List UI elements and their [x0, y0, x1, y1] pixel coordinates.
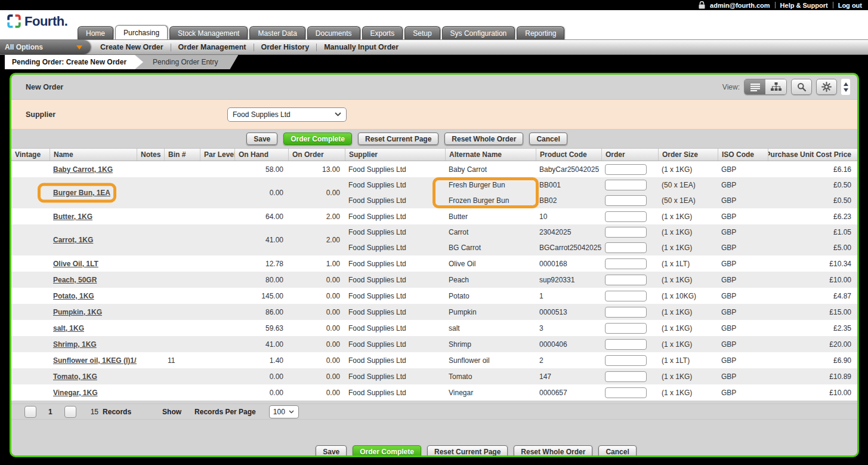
spinner-up-icon[interactable] — [844, 80, 848, 86]
order-size-cell: (1 x 1LT) — [658, 255, 718, 272]
breadcrumb-pending-order[interactable]: Pending Order: Create New Order — [5, 55, 143, 69]
spinner-down-icon[interactable] — [844, 88, 848, 94]
item-name-link[interactable]: Baby Carrot, 1KG — [53, 165, 113, 174]
item-name-link[interactable]: Pumpkin, 1KG — [53, 308, 102, 316]
alternate-name-cell: Butter — [445, 208, 536, 224]
order-complete-button[interactable]: Order Complete — [353, 445, 421, 457]
tab-stock-management[interactable]: Stock Management — [169, 26, 248, 39]
reset-current-page-button[interactable]: Reset Current Page — [358, 133, 438, 145]
help-support-link[interactable]: Help & Support — [780, 2, 828, 9]
order-quantity-input[interactable] — [605, 307, 647, 318]
alternate-name-cell: Potato — [445, 288, 536, 304]
tab-setup[interactable]: Setup — [404, 26, 440, 39]
settings-button[interactable] — [816, 79, 837, 95]
supplier-select[interactable]: Food Supplies Ltd — [227, 107, 347, 122]
cancel-button[interactable]: Cancel — [598, 445, 636, 457]
order-quantity-input[interactable] — [605, 387, 647, 398]
order-quantity-input[interactable] — [605, 339, 647, 350]
vintage-cell — [11, 320, 50, 336]
order-quantity-input[interactable] — [605, 180, 647, 190]
panel-header: New Order View: — [11, 75, 857, 100]
vintage-cell — [11, 161, 50, 177]
records-label: Records — [103, 408, 131, 416]
on-order-cell: 0.00 — [288, 384, 345, 401]
table-row: Tomato, 1KG0.000.00Food Supplies LtdToma… — [11, 368, 857, 384]
order-cell — [601, 368, 658, 384]
tree-view-icon — [771, 82, 781, 91]
order-complete-button[interactable]: Order Complete — [283, 133, 352, 145]
item-name-link[interactable]: salt, 1KG — [53, 324, 84, 332]
subnav-link-order-management[interactable]: Order Management — [178, 43, 246, 51]
fourth-logo: Fourth. — [6, 13, 67, 29]
lock-icon — [699, 1, 705, 9]
price-cell: £6.90 — [768, 352, 857, 368]
subnav-link-create-new-order[interactable]: Create New Order — [100, 43, 163, 51]
price-cell: £2.35 — [768, 320, 857, 336]
tree-view-button[interactable] — [765, 79, 786, 94]
item-name-link[interactable]: Carrot, 1KG — [53, 236, 93, 244]
order-quantity-input[interactable] — [605, 323, 647, 334]
supplier-cell: Food Supplies Ltd — [345, 161, 445, 177]
price-cell: £1.05 — [768, 224, 857, 240]
product-code-cell: BB02 — [536, 193, 601, 208]
order-table: VintageNameNotesBin #Par LevelOn HandOn … — [11, 148, 857, 401]
iso-code-cell: GBP — [718, 288, 768, 304]
table-row: Sunflower oil, 1KEG (I)1/3111.400.00Food… — [11, 352, 857, 368]
order-cell — [601, 336, 658, 352]
order-quantity-input[interactable] — [605, 195, 647, 206]
reset-whole-order-button[interactable]: Reset Whole Order — [444, 133, 523, 145]
save-button[interactable]: Save — [316, 445, 347, 457]
records-per-page-select[interactable]: 100 — [269, 405, 299, 418]
all-options-dropdown[interactable]: All Options — [0, 40, 91, 54]
tab-exports[interactable]: Exports — [362, 26, 403, 39]
tab-reporting[interactable]: Reporting — [517, 26, 564, 39]
alternate-name-cell: Baby Carrot — [445, 161, 536, 177]
iso-code-cell: GBP — [718, 352, 768, 368]
order-quantity-input[interactable] — [605, 291, 647, 301]
logout-link[interactable]: Log out — [838, 2, 862, 9]
show-label: Show — [162, 408, 181, 416]
par-level-cell — [200, 177, 234, 208]
subnav-link-order-history[interactable]: Order History — [261, 43, 310, 51]
cancel-button[interactable]: Cancel — [529, 133, 567, 145]
order-cell — [601, 161, 658, 177]
breadcrumb-pending-order-entry[interactable]: Pending Order Entry — [132, 55, 238, 69]
supplier-cell: Food Supplies Ltd — [345, 384, 445, 401]
prev-page-button[interactable] — [24, 406, 36, 418]
item-name-link[interactable]: Vinegar, 1KG — [53, 389, 97, 397]
all-options-label: All Options — [5, 43, 43, 51]
tab-master-data[interactable]: Master Data — [249, 26, 305, 39]
tab-documents[interactable]: Documents — [307, 26, 360, 39]
list-view-button[interactable] — [745, 79, 765, 94]
item-name-link[interactable]: Peach, 50GR — [53, 276, 97, 284]
item-name-link[interactable]: Butter, 1KG — [53, 213, 92, 221]
order-quantity-input[interactable] — [605, 355, 647, 366]
item-name-link[interactable]: Olive Oil, 1LT — [53, 260, 98, 268]
item-name-link[interactable]: Sunflower oil, 1KEG (I)1/3 — [53, 356, 137, 365]
item-name-link[interactable]: Burger Bun, 1EA — [53, 189, 110, 197]
tab-sys-configuration[interactable]: Sys Configuration — [442, 26, 515, 39]
item-name-link[interactable]: Potato, 1KG — [53, 292, 94, 300]
on-hand-cell: 80.00 — [234, 272, 288, 288]
search-button[interactable] — [791, 79, 812, 95]
reset-whole-order-button[interactable]: Reset Whole Order — [514, 445, 592, 457]
next-page-button[interactable] — [64, 406, 76, 418]
order-quantity-input[interactable] — [605, 258, 647, 269]
order-quantity-input[interactable] — [605, 275, 647, 285]
bin-cell — [164, 224, 200, 255]
price-cell: £10.00 — [768, 272, 857, 288]
reset-current-page-button[interactable]: Reset Current Page — [427, 445, 508, 457]
order-quantity-input[interactable] — [605, 242, 647, 253]
save-button[interactable]: Save — [246, 133, 277, 145]
order-quantity-input[interactable] — [605, 211, 647, 222]
order-quantity-input[interactable] — [605, 227, 647, 238]
tab-purchasing[interactable]: Purchasing — [115, 25, 168, 39]
item-name-link[interactable]: Shrimp, 1KG — [53, 340, 97, 349]
order-quantity-input[interactable] — [605, 164, 647, 175]
tab-home[interactable]: Home — [78, 26, 113, 39]
item-name-link[interactable]: Tomato, 1KG — [53, 372, 97, 381]
order-quantity-input[interactable] — [605, 371, 647, 382]
bin-cell — [164, 272, 200, 288]
main-tab-bar: HomePurchasingStock ManagementMaster Dat… — [78, 25, 564, 39]
subnav-link-manually-input-order[interactable]: Manually Input Order — [324, 43, 399, 51]
